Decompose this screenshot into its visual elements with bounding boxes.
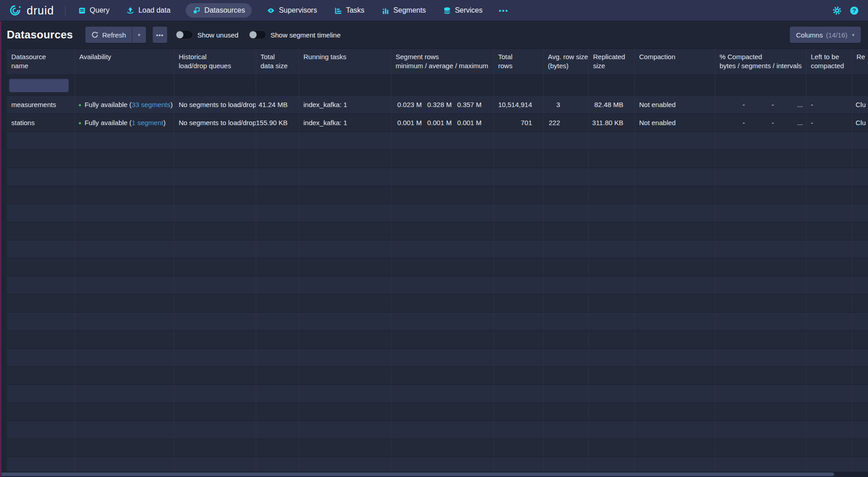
gear-icon[interactable] <box>832 6 842 15</box>
table-row-measurements[interactable]: measurements ●Fully available (33 segmen… <box>7 96 868 114</box>
total-data-size-cell: 41.24 MB <box>256 96 299 114</box>
refresh-button[interactable]: Refresh <box>85 27 132 43</box>
nav-item-segments[interactable]: Segments <box>380 3 428 18</box>
segment-rows-max: 0.001 M <box>454 119 482 126</box>
column-header-availability[interactable]: Availability <box>75 49 174 75</box>
nav-item-load-data[interactable]: Load data <box>125 3 172 18</box>
empty-cell <box>543 295 588 313</box>
nav-item-supervisors[interactable]: Supervisors <box>265 3 319 18</box>
empty-cell <box>634 276 715 295</box>
empty-cell <box>715 439 806 457</box>
column-header-total-rows[interactable]: Totalrows <box>493 49 543 75</box>
empty-cell <box>75 168 174 186</box>
columns-selector-button[interactable]: Columns (14/16) ▾ <box>790 27 861 43</box>
nav-divider <box>65 5 66 15</box>
table-header-row: Datasourcename Availability Historicallo… <box>7 49 868 75</box>
empty-cell <box>174 349 256 367</box>
column-header-retention[interactable]: Re <box>852 49 868 75</box>
compaction-cell: Not enabled <box>634 96 715 114</box>
column-header-pct-compacted[interactable]: % Compactedbytes / segments / intervals <box>715 49 806 75</box>
empty-cell <box>806 258 852 276</box>
column-header-historical-queues[interactable]: Historicalload/drop queues <box>174 49 256 75</box>
datasource-name-filter-input[interactable] <box>9 79 69 92</box>
nav-item-label: Load data <box>138 6 170 14</box>
nav-more-button[interactable]: ••• <box>499 7 509 14</box>
empty-cell <box>588 349 634 367</box>
empty-cell <box>174 295 256 313</box>
empty-cell <box>299 295 391 313</box>
column-header-total-data-size[interactable]: Totaldata size <box>256 49 299 75</box>
help-icon[interactable]: ? <box>849 6 859 15</box>
empty-cell <box>852 367 868 385</box>
nav-item-label: Services <box>455 6 483 14</box>
nav-item-services[interactable]: Services <box>441 3 484 18</box>
retention-cell: Clu <box>852 114 868 132</box>
empty-cell <box>588 331 634 349</box>
empty-cell <box>634 222 715 240</box>
column-header-replicated-size[interactable]: Replicatedsize <box>588 49 634 75</box>
empty-cell <box>806 421 852 439</box>
druid-wordmark: druid <box>27 4 54 17</box>
column-header-avg-row-size[interactable]: Avg. row size(bytes) <box>543 49 588 75</box>
empty-table-row <box>7 204 868 222</box>
empty-cell <box>256 204 299 222</box>
show-unused-toggle[interactable] <box>175 30 193 39</box>
empty-table-row <box>7 331 868 349</box>
empty-cell <box>75 403 174 421</box>
empty-cell <box>75 240 174 258</box>
empty-cell <box>299 168 391 186</box>
empty-cell <box>806 186 852 204</box>
empty-cell <box>256 186 299 204</box>
empty-cell <box>391 421 493 439</box>
empty-table-row <box>7 403 868 421</box>
empty-cell <box>852 385 868 403</box>
refresh-icon <box>91 31 99 38</box>
nav-item-tasks[interactable]: Tasks <box>333 3 366 18</box>
segments-link[interactable]: 33 segments <box>131 101 170 108</box>
empty-cell <box>75 258 174 276</box>
empty-cell <box>174 421 256 439</box>
pct-segments: - <box>747 101 774 108</box>
empty-cell <box>299 204 391 222</box>
segment-rows-cell: 0.023 M 0.328 M 0.357 M <box>391 96 493 114</box>
column-header-segment-rows[interactable]: Segment rowsminimum / average / maximum <box>391 49 493 75</box>
horizontal-scrollbar-thumb[interactable] <box>1 472 834 476</box>
empty-cell <box>588 421 634 439</box>
druid-logo[interactable]: druid <box>8 4 54 17</box>
empty-cell <box>174 204 256 222</box>
nav-item-datasources[interactable]: Datasources <box>186 3 252 18</box>
empty-cell <box>256 349 299 367</box>
empty-cell <box>75 349 174 367</box>
column-header-compaction[interactable]: Compaction <box>634 49 715 75</box>
empty-cell <box>299 403 391 421</box>
column-header-left-to-be-compacted[interactable]: Left to becompacted <box>806 49 852 75</box>
empty-cell <box>299 331 391 349</box>
table-row-stations[interactable]: stations ●Fully available (1 segment) No… <box>7 114 868 132</box>
datasource-name-cell: stations <box>7 114 75 132</box>
empty-cell <box>715 186 806 204</box>
more-actions-button[interactable]: ••• <box>153 27 167 43</box>
empty-cell <box>543 186 588 204</box>
empty-cell <box>852 150 868 168</box>
empty-cell <box>75 222 174 240</box>
empty-cell <box>256 385 299 403</box>
empty-cell <box>634 150 715 168</box>
column-header-running-tasks[interactable]: Running tasks <box>299 49 391 75</box>
column-header-datasource-name[interactable]: Datasourcename <box>7 49 75 75</box>
toggle-knob <box>176 31 183 38</box>
empty-cell <box>75 186 174 204</box>
toggle-knob <box>249 31 257 38</box>
segment-rows-cell: 0.001 M 0.001 M 0.001 M <box>391 114 493 132</box>
available-status-dot: ● <box>79 102 82 108</box>
empty-cell <box>543 150 588 168</box>
refresh-caret-button[interactable]: ▾ <box>132 27 146 43</box>
empty-cell <box>7 331 75 349</box>
empty-cell <box>588 186 634 204</box>
empty-cell <box>634 240 715 258</box>
show-segment-timeline-toggle[interactable] <box>249 30 266 39</box>
empty-cell <box>806 385 852 403</box>
empty-cell <box>256 403 299 421</box>
segments-link[interactable]: 1 segment <box>131 119 163 126</box>
empty-cell <box>7 204 75 222</box>
nav-item-query[interactable]: Query <box>76 3 112 18</box>
